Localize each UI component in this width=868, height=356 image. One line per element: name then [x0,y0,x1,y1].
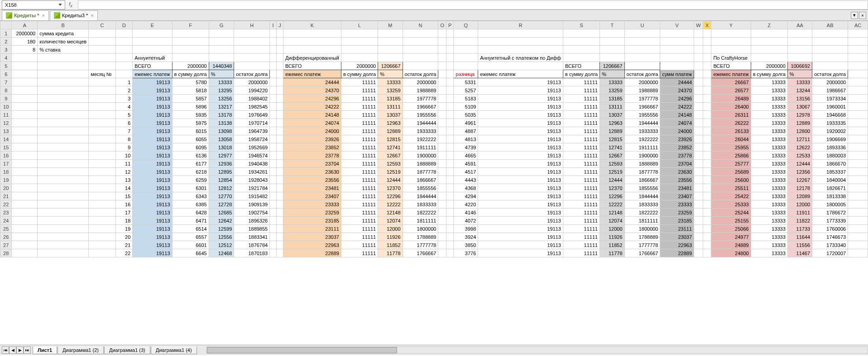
cell[interactable]: 25155 [711,217,751,225]
cell[interactable]: 19113 [478,209,563,217]
cell[interactable]: 13333 [751,143,787,152]
cell[interactable]: 5257 [454,86,478,95]
cell[interactable]: сумм платеж [660,70,694,78]
column-header[interactable]: H [234,21,270,29]
cell[interactable]: 14 [115,184,133,192]
cell[interactable] [446,184,454,192]
cell[interactable]: 20 [115,233,133,241]
cell[interactable] [694,241,703,249]
cell[interactable]: 25511 [711,184,751,192]
cell[interactable]: 4665 [454,152,478,160]
cell[interactable]: 1822222 [403,209,438,217]
cell[interactable]: 25955 [711,143,751,152]
cell[interactable]: 1966667 [403,103,438,111]
cell[interactable] [115,70,133,78]
cell[interactable]: 24074 [283,119,341,127]
cell[interactable] [703,46,711,54]
cell[interactable]: 12977 [209,152,234,160]
cell[interactable] [703,119,711,127]
cell[interactable] [848,184,868,192]
cell[interactable] [446,152,454,160]
cell[interactable]: 13333 [751,103,787,111]
cell[interactable] [446,176,454,184]
cell[interactable]: 12222 [378,200,403,209]
cell[interactable] [12,127,38,135]
cell[interactable] [848,54,868,62]
cell[interactable]: 1966667 [624,103,660,111]
cell[interactable]: 1889855 [234,225,270,233]
cell[interactable] [848,70,868,78]
cell[interactable] [172,38,209,46]
cell[interactable] [848,209,868,217]
cell[interactable] [703,225,711,233]
cell[interactable]: 13259 [378,86,403,95]
cell[interactable] [848,249,868,257]
cell[interactable] [378,38,403,46]
chevron-down-icon[interactable] [58,4,62,6]
cell[interactable] [12,103,38,111]
cell[interactable]: 5331 [454,78,478,86]
cell[interactable] [848,192,868,200]
column-header[interactable]: F [172,21,209,29]
cell[interactable] [624,29,660,38]
cell[interactable]: 26400 [711,103,751,111]
cell[interactable] [660,29,694,38]
cell[interactable]: 11111 [341,249,378,257]
cell[interactable]: 6645 [172,249,209,257]
cell[interactable]: 26133 [711,127,751,135]
cell[interactable] [660,54,694,62]
cell[interactable] [446,46,454,54]
cell[interactable] [12,62,38,70]
cell[interactable]: 17 [115,209,133,217]
cell[interactable]: 12148 [378,209,403,217]
cell[interactable] [209,38,234,46]
cell[interactable]: 11111 [563,78,599,86]
cell[interactable]: 3 [115,95,133,103]
cell[interactable]: разница [454,70,478,78]
cell[interactable]: 13333 [751,209,787,217]
cell[interactable]: 1888889 [624,160,660,168]
row-header[interactable]: 25 [0,225,12,233]
cell[interactable] [848,135,868,143]
cell[interactable]: 1915482 [234,192,270,200]
cell[interactable] [89,249,115,257]
cell[interactable] [848,200,868,209]
cell[interactable]: 12711 [787,135,812,143]
cell[interactable] [478,38,563,46]
cell[interactable] [378,29,403,38]
cell[interactable] [703,160,711,168]
cell[interactable]: 11111 [341,176,378,184]
cell[interactable]: 23333 [283,200,341,209]
cell[interactable]: 11111 [563,225,599,233]
cell[interactable] [133,46,172,54]
cell[interactable]: 5183 [454,95,478,103]
cell[interactable] [270,103,276,111]
row-header[interactable]: 28 [0,249,12,257]
cell[interactable] [12,225,38,233]
cell[interactable] [446,200,454,209]
cell[interactable] [438,209,446,217]
column-header[interactable]: S [563,21,599,29]
cell[interactable] [848,29,868,38]
cell[interactable]: 23926 [660,135,694,143]
cell[interactable]: 23111 [283,225,341,233]
cell[interactable]: 12854 [209,176,234,184]
cell[interactable]: 13111 [378,103,403,111]
cell[interactable]: 2000000 [172,62,209,70]
close-icon[interactable]: × [42,13,44,18]
cell[interactable] [38,233,89,241]
cell[interactable]: 1777778 [403,241,438,249]
cell[interactable] [270,119,276,127]
cell[interactable] [751,38,787,46]
column-header[interactable]: J [276,21,283,29]
row-header[interactable]: 16 [0,152,12,160]
cell[interactable] [89,176,115,184]
cell[interactable]: 1206667 [378,62,403,70]
fx-icon[interactable] [65,1,76,8]
cell[interactable] [438,176,446,184]
cell[interactable] [12,111,38,119]
cell[interactable] [115,29,133,38]
cell[interactable] [848,176,868,184]
cell[interactable] [694,233,703,241]
column-header[interactable]: O [438,21,446,29]
